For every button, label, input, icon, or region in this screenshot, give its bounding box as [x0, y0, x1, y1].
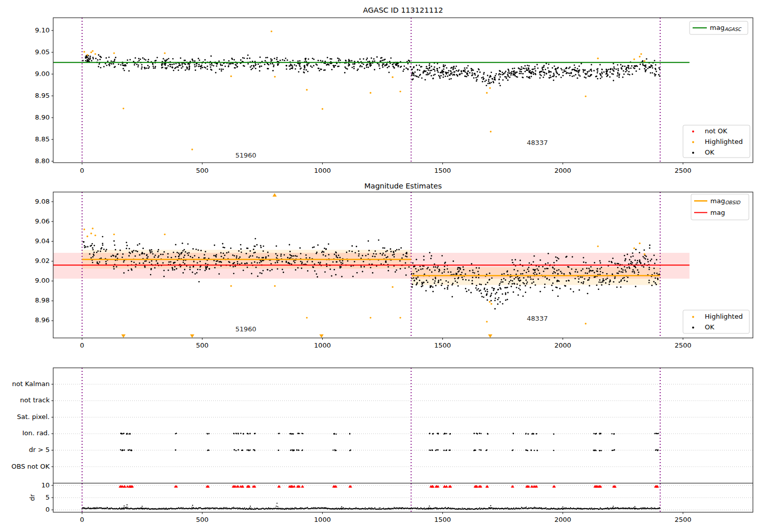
ok-point: [351, 265, 352, 267]
ok-point: [353, 66, 355, 67]
ok-point: [257, 63, 259, 65]
ok-point: [438, 271, 440, 273]
ok-point: [194, 60, 196, 62]
ok-point: [229, 261, 231, 263]
ok-point: [524, 71, 526, 72]
dr-spike-point: [490, 505, 491, 506]
ok-point: [477, 271, 479, 273]
ok-point: [645, 258, 647, 260]
ok-point: [587, 71, 588, 73]
ok-point: [171, 257, 172, 258]
ok-point: [92, 243, 93, 245]
ok-point: [303, 72, 305, 73]
ok-point: [142, 248, 144, 249]
ok-point: [201, 64, 203, 66]
ok-point: [282, 269, 283, 270]
ok-point: [96, 252, 98, 253]
ok-point: [137, 251, 138, 252]
ok-point: [175, 244, 176, 246]
ok-point: [450, 70, 452, 72]
ok-point: [487, 75, 488, 77]
ok-point: [625, 271, 627, 273]
ok-point: [541, 75, 542, 77]
ok-point: [538, 266, 540, 268]
ok-point: [573, 75, 575, 77]
ok-point: [435, 277, 436, 278]
ok-point: [502, 74, 504, 75]
ok-point: [488, 81, 489, 82]
dr-spike-point: [141, 507, 142, 508]
ok-point: [303, 69, 305, 70]
ok-point: [469, 270, 471, 272]
dr-trace-point: [526, 507, 527, 508]
y-tick-label: 8.95: [35, 92, 50, 99]
ok-point: [92, 249, 94, 250]
ok-point: [356, 272, 358, 274]
ok-point: [522, 295, 524, 297]
ok-point: [85, 60, 87, 61]
flag-event-point: [333, 433, 334, 434]
ok-point: [432, 279, 434, 280]
ok-point: [504, 76, 506, 78]
ok-point: [92, 256, 94, 258]
ok-point: [505, 292, 507, 294]
ok-point: [122, 64, 124, 66]
highlighted-point: [633, 247, 635, 249]
ok-point: [523, 277, 524, 279]
ok-point: [216, 260, 217, 262]
ok-point: [478, 268, 480, 269]
dr-trace-point: [93, 507, 94, 508]
ok-point: [187, 63, 189, 65]
ok-point: [500, 85, 501, 87]
ok-point: [231, 58, 233, 59]
ok-point: [490, 300, 492, 301]
ok-point: [151, 251, 153, 253]
ok-point: [487, 83, 489, 84]
ok-point: [179, 63, 180, 64]
ok-point: [268, 68, 269, 69]
ok-point: [131, 261, 132, 262]
ok-point: [419, 280, 421, 281]
dr-trace-point: [365, 507, 366, 508]
ok-point: [366, 59, 367, 61]
ok-point: [292, 66, 293, 68]
ok-point: [631, 65, 633, 67]
flag-event-point: [238, 433, 239, 434]
ok-point: [141, 66, 143, 68]
legend-marker-label: Highlighted: [705, 313, 743, 320]
ok-point: [514, 283, 515, 285]
ok-point: [162, 254, 164, 255]
ok-point: [489, 273, 490, 274]
flag-event-point: [594, 449, 595, 450]
ok-point: [526, 69, 528, 71]
ok-point: [490, 76, 491, 78]
flag-event-point: [553, 433, 554, 434]
dr-trace-point: [650, 508, 651, 509]
flag-event-point: [614, 449, 615, 450]
ok-point: [165, 63, 167, 64]
ok-point: [182, 66, 183, 67]
ok-point: [251, 65, 252, 66]
ok-point: [474, 73, 475, 74]
ok-point: [627, 277, 629, 278]
ok-point: [527, 65, 528, 66]
ok-point: [102, 244, 103, 246]
dr-trace-point: [607, 507, 608, 508]
ok-point: [617, 273, 618, 274]
highlighted-point: [585, 95, 586, 97]
ok-point: [507, 72, 509, 73]
ok-point: [574, 69, 575, 70]
ok-point: [122, 256, 123, 258]
ok-point: [387, 67, 388, 68]
ok-point: [420, 265, 421, 267]
highlighted-point: [639, 56, 640, 57]
ok-point: [153, 66, 154, 67]
ok-point: [489, 82, 490, 84]
ok-point: [416, 65, 417, 66]
ok-point: [319, 263, 321, 265]
ok-point: [526, 76, 528, 78]
ok-point: [617, 267, 619, 269]
ok-point: [288, 262, 290, 264]
ok-point: [109, 63, 111, 64]
ok-point: [184, 263, 185, 264]
